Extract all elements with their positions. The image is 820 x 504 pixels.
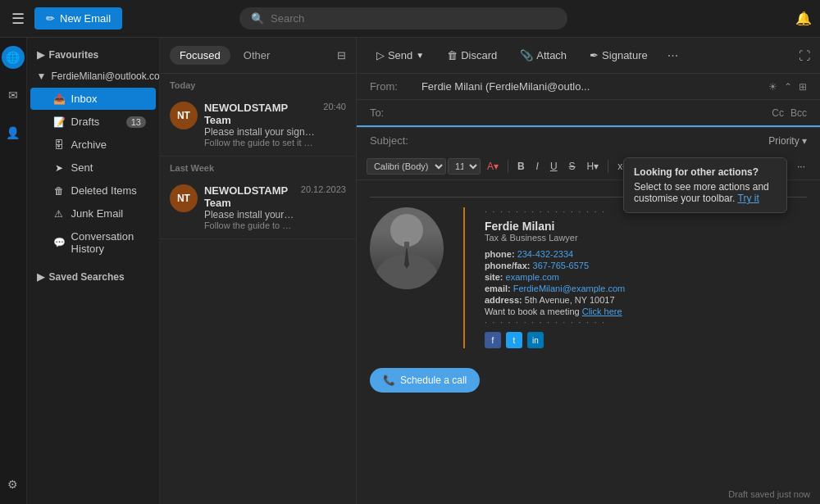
send-button[interactable]: ▷ Send ▼ [367,44,434,66]
attach-label: Attach [536,49,567,61]
schedule-call-label: Schedule a call [400,375,467,386]
search-icon: 🔍 [251,12,264,25]
email-item[interactable]: NT NEWOLDSTAMP Team Please install your … [160,176,356,239]
social-twitter-icon[interactable]: t [506,332,522,348]
nav-item-drafts[interactable]: 📝 Drafts 13 [30,111,156,133]
conversation-icon: 💬 [53,237,65,248]
chevron-down-icon: ▼ [37,70,47,82]
grid-icon[interactable]: ⊞ [799,81,807,93]
format-divider-2 [608,160,608,173]
email-list: Focused Other ⊟ Today NT NEWOLDSTAMP Tea… [160,38,357,504]
font-family-select[interactable]: Calibri (Body) [367,158,446,175]
menu-button[interactable]: ☰ [8,7,28,31]
tooltip-body: Select to see more actions and customise… [634,181,777,204]
tab-other[interactable]: Other [234,46,280,65]
nav-item-archive[interactable]: 🗄 Archive [30,134,156,156]
new-email-label: New Email [60,12,111,25]
drafts-badge: 13 [126,116,146,128]
new-email-button[interactable]: ✏ New Email [34,7,122,30]
attach-button[interactable]: 📎 Attach [510,44,576,66]
sidebar-icon-globe[interactable]: 🌐 [2,46,25,69]
favourites-header[interactable]: ▶ Favourites [27,44,159,66]
highlight-button[interactable]: H▾ [582,158,604,175]
icon-sidebar: 🌐 ✉ 👤 ⚙ [0,38,27,504]
email-preview: Follow the guide to set it up Hi Ferdie … [204,220,294,230]
social-linkedin-icon[interactable]: in [527,332,544,348]
sig-fax-link[interactable]: 367-765-6575 [533,261,590,270]
expand-icon[interactable]: ⛶ [799,49,810,62]
nav-item-label: Deleted Items [71,184,137,197]
compose-body[interactable]: · · · · · · · · · · · · · · · · Ferdie M… [357,180,820,504]
sig-phone-link[interactable]: 234-432-2334 [517,249,574,259]
sig-email-link[interactable]: FerdieMilani@example.com [513,284,626,293]
nav-item-sent[interactable]: ➤ Sent [30,157,156,179]
saved-searches-header[interactable]: ▶ Saved Searches [27,266,159,288]
compose-fields: From: Ferdie Milani (FerdieMilani@outlo.… [357,74,820,128]
nav-item-deleted[interactable]: 🗑 Deleted Items [30,179,156,202]
nav-item-label: Drafts [71,116,100,128]
sidebar-icon-apps[interactable]: ⚙ [2,473,25,496]
drafts-icon: 📝 [53,116,65,128]
email-item[interactable]: NT NEWOLDSTAMP Team Please install your … [160,93,356,157]
attach-icon: 📎 [520,49,533,61]
nav-item-label: Junk Email [71,207,124,220]
tab-focused[interactable]: Focused [170,46,230,65]
sig-address: address: 5th Avenue, NY 10017 [485,295,807,305]
signature-icon: ✒ [590,49,599,61]
favourites-label: Favourites [49,49,99,61]
format-divider [508,160,508,173]
more-options-button[interactable]: ··· [661,45,685,66]
sidebar-icon-mail[interactable]: ✉ [2,84,25,107]
sig-meeting-link[interactable]: Click here [582,306,622,316]
nav-item-inbox[interactable]: 📥 Inbox [30,88,156,110]
arrow-up-icon[interactable]: ⌃ [784,81,792,93]
avatar: NT [170,102,198,129]
avatar: NT [170,184,198,212]
signature-label: Signature [602,49,648,61]
account-header[interactable]: ▼ FerdieMilani@outlook.com [27,66,159,87]
discard-button[interactable]: 🗑 Discard [437,44,507,66]
discard-label: Discard [461,49,497,61]
top-actions: 🔔 [795,11,812,26]
sig-site-link[interactable]: example.com [506,272,559,282]
sidebar-icon-people[interactable]: 👤 [2,121,25,144]
font-size-select[interactable]: 11 [448,158,481,175]
font-color-button[interactable]: A▾ [482,158,503,175]
from-field: From: Ferdie Milani (FerdieMilani@outlo.… [357,74,820,100]
search-bar: 🔍 [239,7,567,30]
nav-item-conversation[interactable]: 💬 Conversation History [30,225,156,260]
main-area: 🌐 ✉ 👤 ⚙ ▶ Favourites ▼ FerdieMilani@outl… [0,38,820,504]
sig-info: · · · · · · · · · · · · · · · · Ferdie M… [485,207,807,348]
email-section-today: Today [160,74,356,93]
nav-item-junk[interactable]: ⚠ Junk Email [30,202,156,225]
social-facebook-icon[interactable]: f [485,332,501,348]
search-input[interactable] [271,12,556,25]
signature-button[interactable]: ✒ Signature [580,44,658,66]
bold-button[interactable]: B [512,158,530,175]
to-input[interactable] [421,107,765,119]
junk-icon: ⚠ [53,208,65,220]
sig-site: site: example.com [485,272,807,282]
sig-title: Tax & Business Lawyer [485,233,807,243]
filter-icon[interactable]: ⊟ [337,49,346,61]
inbox-icon: 📥 [53,93,65,105]
sig-meeting-text: Want to book a meeting [485,306,580,316]
bcc-button[interactable]: Bcc [790,107,807,119]
phone-icon: 📞 [383,375,395,386]
sun-icon[interactable]: ☀ [768,81,777,93]
subject-field: Subject: Priority ▾ [357,128,820,153]
more-format-button[interactable]: ··· [792,158,810,175]
sig-phonefax: phone/fax: 367-765-6575 [485,261,807,270]
schedule-call-button[interactable]: 📞 Schedule a call [370,368,480,393]
tooltip-link[interactable]: Try it [738,193,759,204]
priority-button[interactable]: Priority ▾ [768,135,807,147]
email-time: 20.12.2023 [301,184,346,194]
subject-input[interactable] [421,134,762,147]
underline-button[interactable]: U [545,158,563,175]
italic-button[interactable]: I [531,158,544,175]
strikethrough-button[interactable]: S [564,158,581,175]
cc-button[interactable]: Cc [772,107,784,119]
send-icon: ▷ [376,49,385,61]
nav-sidebar: ▶ Favourites ▼ FerdieMilani@outlook.com … [27,38,160,504]
notifications-icon[interactable]: 🔔 [795,11,812,26]
